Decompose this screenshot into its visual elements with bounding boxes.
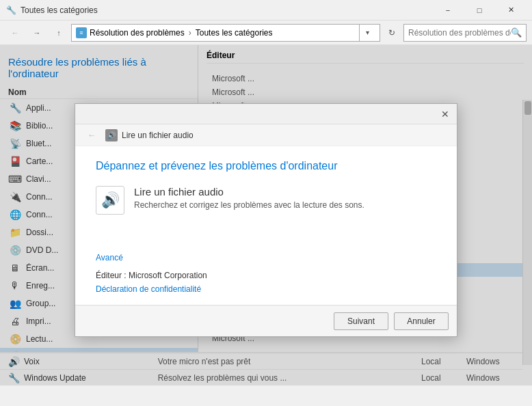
forward-button[interactable]: → — [27, 24, 46, 42]
dialog-item-row: 🔊 Lire un fichier audio Recherchez et co… — [96, 186, 436, 215]
path-separator: › — [189, 28, 191, 38]
window-close-button[interactable]: ✕ — [495, 0, 527, 21]
address-path[interactable]: ≡ Résolution des problèmes › Toutes les … — [71, 24, 380, 42]
path-dropdown[interactable]: ▾ — [359, 24, 375, 42]
main-content: Résoudre les problèmes liés à l'ordinate… — [0, 45, 532, 385]
dialog-nav: ← 🔊 Lire un fichier audio — [75, 124, 457, 146]
back-button[interactable]: ← — [5, 24, 25, 42]
dialog-item-title: Lire un fichier audio — [134, 186, 364, 198]
dialog-editor-label: Éditeur : Microsoft Corporation — [96, 271, 436, 280]
title-bar-title: Toutes les catégories — [21, 5, 432, 15]
dialog-privacy-link[interactable]: Déclaration de confidentialité — [96, 284, 201, 294]
title-bar-controls: − □ ✕ — [432, 0, 527, 21]
dialog-item-icon: 🔊 — [96, 186, 124, 215]
dialog-footer: Suivant Annuler — [75, 305, 457, 336]
path-part1: Résolution des problèmes — [90, 28, 185, 38]
dialog-advanced-link[interactable]: Avancé — [96, 253, 436, 262]
dialog-back-button[interactable]: ← — [83, 127, 100, 144]
dialog: ✕ ← 🔊 Lire un fichier audio Dépannez et … — [75, 103, 457, 337]
dialog-close-button[interactable]: ✕ — [436, 106, 454, 122]
search-box[interactable]: 🔍 — [403, 24, 527, 42]
address-bar: ← → ↑ ≡ Résolution des problèmes › Toute… — [0, 21, 532, 45]
breadcrumb-text: Lire un fichier audio — [122, 131, 194, 140]
dialog-body: Dépannez et prévenez les problèmes d'ord… — [75, 146, 457, 305]
dialog-item-description: Recherchez et corrigez les problèmes ave… — [134, 200, 364, 210]
path-icon: ≡ — [76, 27, 87, 38]
dialog-overlay: ✕ ← 🔊 Lire un fichier audio Dépannez et … — [0, 45, 532, 385]
minimize-button[interactable]: − — [432, 0, 464, 21]
breadcrumb-icon: 🔊 — [105, 129, 118, 141]
dialog-item-text: Lire un fichier audio Recherchez et corr… — [134, 186, 364, 210]
search-input[interactable] — [408, 28, 511, 38]
path-part2: Toutes les catégories — [196, 28, 273, 38]
maximize-button[interactable]: □ — [464, 0, 495, 21]
dialog-breadcrumb: 🔊 Lire un fichier audio — [105, 129, 194, 141]
title-bar: 🔧 Toutes les catégories − □ ✕ — [0, 0, 532, 21]
dialog-cancel-button[interactable]: Annuler — [394, 312, 449, 330]
dialog-title-bar: ✕ — [75, 104, 457, 124]
refresh-button[interactable]: ↻ — [383, 24, 401, 42]
search-icon: 🔍 — [511, 27, 522, 38]
dialog-next-button[interactable]: Suivant — [334, 312, 388, 330]
title-bar-icon: 🔧 — [5, 5, 16, 16]
dialog-subtitle: Dépannez et prévenez les problèmes d'ord… — [96, 160, 436, 172]
up-button[interactable]: ↑ — [49, 24, 68, 42]
